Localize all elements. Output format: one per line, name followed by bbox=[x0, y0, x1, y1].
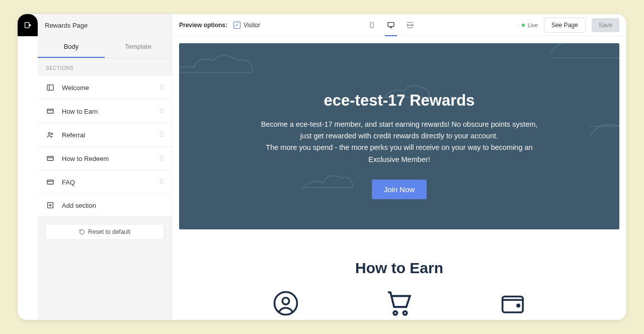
drag-handle-icon[interactable] bbox=[159, 130, 164, 139]
reset-label: Reset to default bbox=[88, 228, 130, 235]
hero-body: Become a ece-test-17 member, and start e… bbox=[259, 119, 540, 165]
status-label: Live bbox=[528, 22, 538, 28]
svg-point-2 bbox=[160, 85, 161, 86]
svg-point-41 bbox=[282, 298, 289, 305]
hero-title: ece-test-17 Rewards bbox=[199, 92, 599, 110]
svg-point-5 bbox=[162, 87, 163, 88]
svg-point-29 bbox=[162, 159, 163, 160]
svg-point-9 bbox=[160, 108, 161, 109]
undo-icon bbox=[79, 229, 85, 235]
sidebar: Rewards Page Body Template SECTIONS Welc… bbox=[38, 14, 172, 320]
section-item-how-to-earn[interactable]: How to Earn bbox=[38, 100, 172, 123]
save-button[interactable]: Save bbox=[592, 18, 619, 32]
svg-point-27 bbox=[162, 157, 163, 158]
top-bar: Preview options: ✓ Visitor Live bbox=[172, 14, 626, 36]
card-icon bbox=[46, 107, 55, 115]
svg-rect-39 bbox=[388, 22, 394, 26]
svg-point-10 bbox=[162, 108, 163, 109]
svg-point-11 bbox=[160, 110, 161, 111]
people-icon bbox=[46, 131, 55, 139]
section-item-label: Welcome bbox=[62, 84, 159, 92]
sections-header: SECTIONS bbox=[38, 58, 172, 76]
svg-point-20 bbox=[162, 134, 163, 135]
drag-handle-icon[interactable] bbox=[159, 178, 164, 187]
section-item-label: How to Redeem bbox=[62, 155, 159, 162]
svg-point-13 bbox=[160, 112, 161, 113]
user-circle-icon bbox=[272, 290, 299, 319]
section-item-label: FAQ bbox=[62, 179, 159, 186]
app-shell: Rewards Page Body Template SECTIONS Welc… bbox=[18, 14, 626, 320]
section-item-referral[interactable]: Referral bbox=[38, 123, 172, 147]
add-section-button[interactable]: Add section bbox=[38, 194, 172, 217]
drag-handle-icon[interactable] bbox=[159, 83, 164, 92]
section-item-label: How to Earn bbox=[62, 108, 159, 115]
tab-template[interactable]: Template bbox=[105, 36, 172, 58]
svg-point-6 bbox=[160, 89, 161, 90]
visitor-label: Visitor bbox=[244, 22, 260, 29]
plus-square-icon bbox=[46, 201, 55, 209]
svg-point-24 bbox=[160, 155, 161, 156]
card-icon bbox=[46, 154, 55, 162]
drag-handle-icon[interactable] bbox=[159, 154, 164, 163]
checkbox-icon: ✓ bbox=[233, 22, 240, 29]
svg-point-15 bbox=[48, 132, 50, 134]
svg-point-25 bbox=[162, 155, 163, 156]
earn-icons-row bbox=[189, 289, 609, 320]
sections-list: Welcome How to Earn Referral bbox=[38, 76, 172, 217]
device-toggle bbox=[366, 14, 416, 36]
svg-point-40 bbox=[274, 292, 297, 314]
svg-point-12 bbox=[162, 110, 163, 111]
svg-point-26 bbox=[160, 157, 161, 158]
back-icon bbox=[24, 21, 32, 29]
svg-rect-8 bbox=[47, 109, 53, 113]
add-section-label: Add section bbox=[62, 202, 164, 209]
main-area: Preview options: ✓ Visitor Live bbox=[172, 14, 626, 320]
preview-canvas[interactable]: ece-test-17 Rewards Become a ece-test-17… bbox=[172, 36, 626, 320]
layout-icon bbox=[46, 84, 55, 92]
device-width-button[interactable] bbox=[404, 14, 416, 36]
sidebar-tabs: Body Template bbox=[38, 36, 172, 58]
svg-point-14 bbox=[162, 112, 163, 113]
svg-rect-1 bbox=[47, 85, 53, 91]
section-item-faq[interactable]: FAQ bbox=[38, 171, 172, 194]
section-item-label: Referral bbox=[62, 131, 159, 139]
how-to-earn-section: How to Earn bbox=[179, 229, 619, 320]
device-mobile-button[interactable] bbox=[366, 14, 378, 36]
reset-button[interactable]: Reset to default bbox=[45, 224, 165, 240]
device-desktop-button[interactable] bbox=[385, 14, 397, 36]
svg-point-4 bbox=[160, 87, 161, 88]
svg-rect-23 bbox=[47, 156, 53, 160]
card-icon bbox=[46, 178, 55, 186]
status-dot-icon bbox=[522, 24, 525, 27]
svg-point-34 bbox=[162, 181, 163, 182]
svg-point-33 bbox=[160, 181, 161, 182]
svg-point-16 bbox=[51, 133, 53, 135]
visitor-checkbox[interactable]: ✓ Visitor bbox=[233, 22, 260, 29]
svg-point-18 bbox=[162, 132, 163, 133]
page-title: Rewards Page bbox=[38, 14, 172, 36]
svg-rect-30 bbox=[47, 180, 53, 184]
svg-point-35 bbox=[160, 183, 161, 184]
wallet-icon bbox=[499, 290, 526, 319]
svg-point-22 bbox=[162, 136, 163, 137]
svg-point-42 bbox=[394, 311, 397, 314]
svg-point-31 bbox=[160, 179, 161, 180]
svg-point-32 bbox=[162, 179, 163, 180]
svg-point-7 bbox=[162, 89, 163, 90]
tab-body[interactable]: Body bbox=[38, 36, 105, 58]
svg-point-43 bbox=[404, 311, 407, 314]
svg-point-28 bbox=[160, 159, 161, 160]
drag-handle-icon[interactable] bbox=[159, 107, 164, 116]
join-now-button[interactable]: Join Now bbox=[372, 180, 427, 199]
svg-point-19 bbox=[160, 134, 161, 135]
section-item-welcome[interactable]: Welcome bbox=[38, 76, 172, 100]
mobile-icon bbox=[368, 21, 375, 29]
svg-point-36 bbox=[162, 183, 163, 184]
reset-container: Reset to default bbox=[38, 217, 172, 247]
earn-title: How to Earn bbox=[189, 260, 609, 277]
desktop-icon bbox=[387, 21, 395, 29]
section-item-how-to-redeem[interactable]: How to Redeem bbox=[38, 147, 172, 171]
cart-icon bbox=[384, 289, 414, 320]
see-page-button[interactable]: See Page bbox=[544, 18, 586, 33]
back-button[interactable] bbox=[18, 14, 38, 36]
